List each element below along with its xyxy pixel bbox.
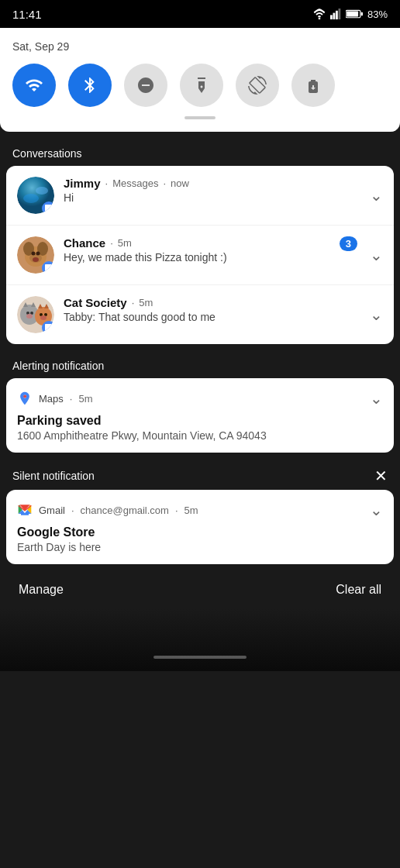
notif-app-name-jimmy: Messages (112, 177, 158, 189)
status-time: 11:41 (12, 8, 42, 21)
unread-badge-chance: 3 (340, 236, 357, 251)
gmail-header: Gmail · chance@gmail.com · 5m ⌄ (17, 501, 383, 519)
silent-section-header: Silent notification ✕ (0, 459, 400, 490)
gmail-title: Google Store (17, 525, 383, 539)
bluetooth-icon (81, 76, 99, 95)
chevron-gmail[interactable]: ⌄ (370, 501, 383, 519)
home-indicator (153, 656, 247, 659)
quick-settings-panel: Sat, Sep 29 (0, 28, 400, 132)
messages-badge-cat (42, 321, 54, 333)
autorotate-icon (248, 76, 267, 95)
maps-notification[interactable]: Maps · 5m ⌄ Parking saved 1600 Amphithea… (6, 378, 394, 453)
flashlight-toggle[interactable] (180, 64, 223, 107)
manage-button[interactable]: Manage (19, 583, 64, 597)
wifi-status-icon (313, 9, 326, 19)
messages-badge-chance (42, 261, 54, 274)
status-bar: 11:41 83% (0, 0, 400, 28)
battery-percentage: 83% (367, 9, 388, 20)
notif-content-jimmy: Jimmy · Messages · now Hi (64, 177, 360, 204)
svg-point-16 (32, 252, 36, 256)
svg-point-18 (33, 257, 39, 262)
svg-point-10 (36, 187, 48, 195)
qs-handle (184, 116, 216, 119)
maps-icon (17, 391, 33, 406)
gmail-icon (17, 502, 33, 518)
avatar-cat-society (17, 296, 54, 333)
svg-rect-2 (333, 13, 335, 19)
notif-body-chance: Hey, we made this Pizza tonight :) (64, 251, 330, 264)
maps-header: Maps · 5m ⌄ (17, 389, 383, 408)
bottom-bar: Manage Clear all (0, 570, 400, 609)
svg-rect-4 (338, 9, 340, 19)
dark-footer (0, 609, 400, 671)
notif-time-jimmy: now (171, 177, 189, 189)
messages-badge-jimmy (42, 202, 54, 214)
avatar-chance (17, 236, 54, 274)
close-silent-button[interactable]: ✕ (374, 468, 388, 484)
bluetooth-toggle[interactable] (68, 64, 112, 107)
conversations-section-header: Conversations (0, 138, 400, 166)
gmail-notification[interactable]: Gmail · chance@gmail.com · 5m ⌄ Google S… (6, 490, 394, 564)
alerting-section-header: Alerting notification (0, 350, 400, 378)
wifi-toggle[interactable] (12, 64, 56, 107)
silent-label: Silent notification (12, 470, 95, 482)
svg-rect-3 (336, 11, 338, 19)
notif-sender-chance: Chance (64, 236, 105, 250)
wifi-icon (25, 76, 43, 95)
svg-rect-6 (361, 12, 363, 16)
notif-content-cat: Cat Society · 5m Tabby: That sounds good… (64, 296, 360, 323)
battery-saver-toggle[interactable] (291, 64, 335, 107)
notif-sender-jimmy: Jimmy (64, 177, 101, 190)
quick-settings-buttons (12, 64, 388, 107)
notif-body-jimmy: Hi (64, 191, 360, 204)
maps-time: 5m (78, 393, 92, 405)
svg-point-0 (319, 18, 321, 19)
notif-sender-cat: Cat Society (64, 296, 127, 309)
notif-body-cat: Tabby: That sounds good to me (64, 311, 360, 323)
svg-point-17 (36, 252, 40, 256)
maps-address: 1600 Amphitheatre Pkwy, Mountain View, C… (17, 429, 383, 442)
clear-all-button[interactable]: Clear all (336, 583, 381, 597)
gmail-time: 5m (184, 505, 198, 516)
svg-point-25 (26, 314, 33, 319)
signal-icon (330, 9, 341, 19)
battery-icon (346, 9, 363, 19)
svg-rect-7 (347, 11, 358, 16)
maps-app-name: Maps (39, 393, 64, 405)
dnd-toggle[interactable] (124, 64, 167, 107)
notif-time-cat: 5m (139, 297, 153, 308)
notification-jimmy[interactable]: Jimmy · Messages · now Hi ⌄ (6, 166, 394, 226)
chevron-chance[interactable]: ⌄ (370, 246, 383, 264)
gmail-sender: chance@gmail.com (81, 505, 169, 516)
gmail-body: Earth Day is here (17, 541, 383, 553)
notif-app-jimmy: · (105, 177, 109, 189)
date-label: Sat, Sep 29 (12, 40, 388, 53)
notification-chance[interactable]: Chance · 5m Hey, we made this Pizza toni… (6, 226, 394, 285)
avatar-jimmy (17, 177, 54, 214)
battery-saver-icon (304, 76, 322, 95)
maps-title: Parking saved (17, 414, 383, 428)
conversations-card: Jimmy · Messages · now Hi ⌄ (6, 166, 394, 344)
notification-cat-society[interactable]: Cat Society · 5m Tabby: That sounds good… (6, 285, 394, 344)
gmail-app-name: Gmail (39, 505, 65, 516)
svg-point-31 (40, 315, 47, 320)
notif-content-chance: Chance · 5m Hey, we made this Pizza toni… (64, 236, 330, 264)
chevron-jimmy[interactable]: ⌄ (370, 186, 383, 205)
svg-rect-1 (330, 15, 333, 19)
chevron-maps[interactable]: ⌄ (370, 389, 383, 408)
flashlight-icon (192, 76, 211, 95)
svg-point-9 (23, 194, 39, 203)
notif-time-chance: 5m (118, 237, 132, 249)
chevron-cat[interactable]: ⌄ (370, 305, 383, 324)
autorotate-toggle[interactable] (236, 64, 279, 107)
dnd-icon (136, 76, 155, 95)
status-icons: 83% (313, 9, 388, 20)
